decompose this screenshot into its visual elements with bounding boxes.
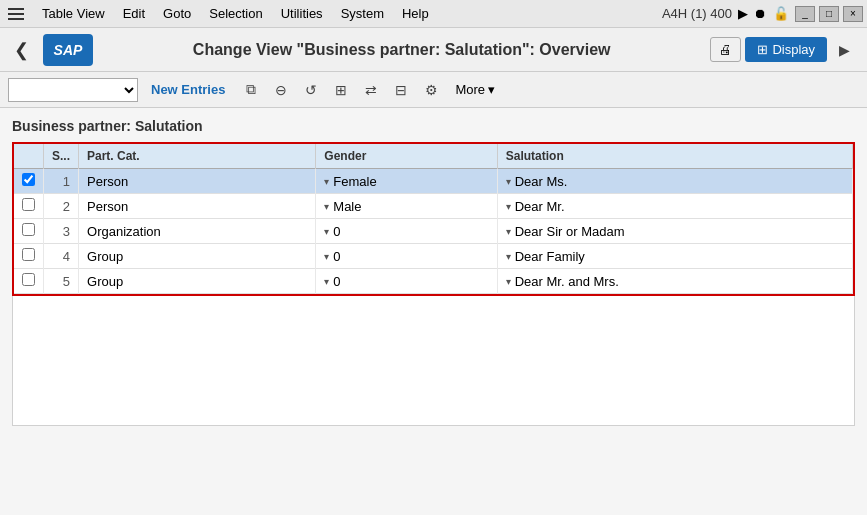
row-salutation[interactable]: ▾Dear Mr. [497, 194, 852, 219]
salutation-value: Dear Mr. and Mrs. [515, 274, 619, 289]
row-seq: 3 [44, 219, 79, 244]
col-part-cat[interactable]: Part. Cat. [79, 144, 316, 169]
menu-goto[interactable]: Goto [155, 3, 199, 24]
table-row[interactable]: 2Person▾Male▾Dear Mr. [14, 194, 853, 219]
more-label: More [455, 82, 485, 97]
split-button[interactable]: ⊟ [388, 77, 414, 103]
row-checkbox[interactable] [22, 173, 35, 186]
copy-icon: ⧉ [246, 81, 256, 98]
row-part-cat: Group [79, 244, 316, 269]
row-checkbox-cell [14, 219, 44, 244]
row-part-cat: Organization [79, 219, 316, 244]
col-gender[interactable]: Gender [316, 144, 497, 169]
more-button[interactable]: More ▾ [448, 78, 502, 101]
row-salutation[interactable]: ▾Dear Mr. and Mrs. [497, 269, 852, 294]
copy-button[interactable]: ⧉ [238, 77, 264, 103]
row-checkbox-cell [14, 169, 44, 194]
row-gender[interactable]: ▾0 [316, 219, 497, 244]
row-gender[interactable]: ▾0 [316, 269, 497, 294]
row-seq: 1 [44, 169, 79, 194]
salutation-dropdown-arrow: ▾ [506, 226, 511, 237]
salutation-dropdown-arrow: ▾ [506, 276, 511, 287]
delete-icon: ⊖ [275, 82, 287, 98]
settings-button[interactable]: ⚙ [418, 77, 444, 103]
row-seq: 2 [44, 194, 79, 219]
salutation-value: Dear Sir or Madam [515, 224, 625, 239]
row-seq: 4 [44, 244, 79, 269]
gender-value: 0 [333, 274, 340, 289]
maximize-button[interactable]: □ [819, 6, 839, 22]
salutation-value: Dear Mr. [515, 199, 565, 214]
settings-icon: ⚙ [425, 82, 438, 98]
row-salutation[interactable]: ▾Dear Sir or Madam [497, 219, 852, 244]
layout-button[interactable]: ⊞ [328, 77, 354, 103]
undo-button[interactable]: ↺ [298, 77, 324, 103]
close-button[interactable]: × [843, 6, 863, 22]
table-row[interactable]: 1Person▾Female▾Dear Ms. [14, 169, 853, 194]
data-table: S... Part. Cat. Gender Salutation 1Perso… [14, 144, 853, 294]
undo-icon: ↺ [305, 82, 317, 98]
expand-button[interactable]: ▶ [831, 37, 857, 63]
display-button[interactable]: ⊞ Display [745, 37, 827, 62]
gender-value: Female [333, 174, 376, 189]
table-row[interactable]: 5Group▾0▾Dear Mr. and Mrs. [14, 269, 853, 294]
sap-logo: SAP [43, 34, 93, 66]
menu-system[interactable]: System [333, 3, 392, 24]
col-seq[interactable]: S... [44, 144, 79, 169]
empty-rows-area [12, 296, 855, 426]
gender-dropdown-arrow: ▾ [324, 201, 329, 212]
move-icon: ⇄ [365, 82, 377, 98]
row-gender[interactable]: ▾Male [316, 194, 497, 219]
table-row[interactable]: 3Organization▾0▾Dear Sir or Madam [14, 219, 853, 244]
row-gender[interactable]: ▾0 [316, 244, 497, 269]
row-checkbox[interactable] [22, 223, 35, 236]
gender-dropdown-arrow: ▾ [324, 176, 329, 187]
menu-edit[interactable]: Edit [115, 3, 153, 24]
row-checkbox[interactable] [22, 248, 35, 261]
table-row[interactable]: 4Group▾0▾Dear Family [14, 244, 853, 269]
display-icon: ⊞ [757, 42, 768, 57]
row-checkbox[interactable] [22, 273, 35, 286]
layout-icon: ⊞ [335, 82, 347, 98]
row-checkbox[interactable] [22, 198, 35, 211]
gender-value: 0 [333, 224, 340, 239]
gender-dropdown-arrow: ▾ [324, 276, 329, 287]
row-gender[interactable]: ▾Female [316, 169, 497, 194]
nav-icon: ▶ [738, 6, 748, 21]
row-checkbox-cell [14, 194, 44, 219]
record-icon: ⏺ [754, 6, 767, 21]
gender-dropdown-arrow: ▾ [324, 226, 329, 237]
system-info: A4H (1) 400 [662, 6, 732, 21]
split-icon: ⊟ [395, 82, 407, 98]
toolbar-dropdown[interactable] [8, 78, 138, 102]
row-salutation[interactable]: ▾Dear Ms. [497, 169, 852, 194]
salutation-value: Dear Family [515, 249, 585, 264]
row-part-cat: Person [79, 194, 316, 219]
row-checkbox-cell [14, 269, 44, 294]
print-button[interactable]: 🖨 [710, 37, 741, 62]
delete-button[interactable]: ⊖ [268, 77, 294, 103]
salutation-dropdown-arrow: ▾ [506, 176, 511, 187]
menu-utilities[interactable]: Utilities [273, 3, 331, 24]
back-button[interactable]: ❮ [10, 35, 33, 65]
menu-selection[interactable]: Selection [201, 3, 270, 24]
minimize-button[interactable]: _ [795, 6, 815, 22]
move-button[interactable]: ⇄ [358, 77, 384, 103]
col-checkbox [14, 144, 44, 169]
table-header-row: S... Part. Cat. Gender Salutation [14, 144, 853, 169]
col-salutation[interactable]: Salutation [497, 144, 852, 169]
salutation-value: Dear Ms. [515, 174, 568, 189]
header-actions: 🖨 ⊞ Display ▶ [710, 37, 857, 63]
content-area: Business partner: Salutation S... Part. … [0, 108, 867, 515]
display-label: Display [772, 42, 815, 57]
gender-value: Male [333, 199, 361, 214]
salutation-dropdown-arrow: ▾ [506, 251, 511, 262]
menu-table-view[interactable]: Table View [34, 3, 113, 24]
hamburger-menu[interactable] [4, 2, 28, 26]
page-title: Change View "Business partner: Salutatio… [103, 41, 700, 59]
section-title: Business partner: Salutation [12, 118, 855, 134]
new-entries-button[interactable]: New Entries [142, 78, 234, 101]
row-salutation[interactable]: ▾Dear Family [497, 244, 852, 269]
menu-help[interactable]: Help [394, 3, 437, 24]
gender-value: 0 [333, 249, 340, 264]
